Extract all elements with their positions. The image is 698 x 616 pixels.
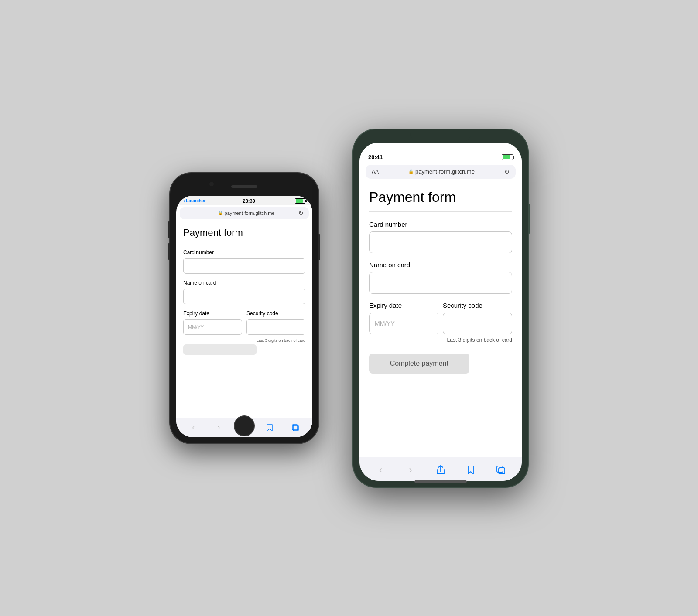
- page-title-large: Payment form: [369, 189, 512, 212]
- address-bar-small[interactable]: 🔒 payment-form.glitch.me ↻: [180, 207, 309, 219]
- forward-nav-small[interactable]: ›: [211, 422, 227, 434]
- url-text-small: payment-form.glitch.me: [225, 211, 275, 216]
- url-area-small: 🔒 payment-form.glitch.me: [218, 211, 275, 216]
- tabs-nav-large[interactable]: [491, 463, 510, 477]
- safari-bottom-large: ‹ ›: [359, 457, 522, 481]
- speaker: [231, 185, 257, 188]
- expiry-security-row-large: Expiry date MM/YY Security code Last 3 d…: [369, 302, 512, 343]
- address-bar-large[interactable]: AA 🔒 payment-form.glitch.me ↻: [366, 165, 516, 179]
- svg-rect-3: [499, 468, 505, 474]
- card-number-label-small: Card number: [183, 249, 305, 255]
- volume-up-large: [352, 186, 353, 208]
- side-button: [318, 234, 320, 260]
- name-on-card-label-large: Name on card: [369, 261, 512, 269]
- svg-rect-2: [497, 466, 503, 472]
- card-number-group-small: Card number: [183, 249, 305, 280]
- status-bar-large: 20:41 ···: [359, 148, 522, 163]
- side-button-large: [528, 204, 530, 234]
- security-hint-large: Last 3 digits on back of card: [443, 337, 512, 343]
- security-hint-small: Last 3 digits on back of card: [246, 338, 305, 343]
- aa-text[interactable]: AA: [372, 169, 379, 175]
- launcher-label: ‹ Launcher: [183, 198, 205, 203]
- complete-btn-wrapper: Complete payment: [369, 350, 512, 374]
- security-col-small: Security code Last 3 digits on back of c…: [246, 310, 305, 343]
- security-label-large: Security code: [443, 302, 512, 309]
- time-small: 23:39: [243, 198, 255, 204]
- back-arrow-icon: ‹: [183, 198, 185, 203]
- expiry-col-large: Expiry date MM/YY: [369, 302, 438, 343]
- back-nav-small[interactable]: ‹: [185, 422, 201, 434]
- bookmarks-nav-small[interactable]: [262, 422, 277, 434]
- back-nav-large[interactable]: ‹: [371, 463, 390, 477]
- volume-down-large: [352, 212, 353, 234]
- partial-complete-btn-small[interactable]: [183, 344, 257, 355]
- expiry-placeholder-small: MM/YY: [188, 324, 204, 330]
- card-number-input-large[interactable]: [369, 231, 512, 253]
- web-content-large: Payment form Card number Name on card Ex…: [359, 180, 522, 457]
- notch: [410, 129, 471, 142]
- expiry-input-large[interactable]: MM/YY: [369, 313, 438, 334]
- name-on-card-group-small: Name on card: [183, 280, 305, 310]
- mute-large: [352, 173, 353, 184]
- security-input-large[interactable]: [443, 313, 512, 334]
- expiry-input-small[interactable]: MM/YY: [183, 319, 242, 335]
- signal-dots-large: ···: [495, 154, 499, 160]
- name-on-card-label-small: Name on card: [183, 280, 305, 286]
- url-text-large: payment-form.glitch.me: [415, 168, 475, 175]
- web-content-small: Payment form Card number Name on card Ex…: [176, 221, 312, 418]
- front-camera: [209, 182, 214, 186]
- name-on-card-input-small[interactable]: [183, 289, 305, 304]
- bookmarks-nav-large[interactable]: [461, 463, 480, 477]
- home-button-small[interactable]: [234, 415, 255, 436]
- security-col-large: Security code Last 3 digits on back of c…: [443, 302, 512, 343]
- expiry-label-small: Expiry date: [183, 310, 242, 317]
- expiry-placeholder-large: MM/YY: [375, 320, 395, 327]
- card-number-label-large: Card number: [369, 221, 512, 228]
- forward-nav-large[interactable]: ›: [401, 463, 420, 477]
- name-on-card-input-large[interactable]: [369, 272, 512, 294]
- expiry-label-large: Expiry date: [369, 302, 438, 309]
- home-indicator-large: [414, 480, 467, 483]
- battery-icon-small: [295, 198, 305, 204]
- card-number-group-large: Card number: [369, 221, 512, 261]
- volume-up: [168, 221, 170, 238]
- screen-small: ‹ Launcher 23:39 🔒 payment-form.glitch.m…: [176, 196, 312, 437]
- security-label-small: Security code: [246, 310, 305, 317]
- tabs-nav-small[interactable]: [287, 422, 303, 434]
- expiry-col-small: Expiry date MM/YY: [183, 310, 242, 343]
- iphone-small: ‹ Launcher 23:39 🔒 payment-form.glitch.m…: [170, 173, 318, 443]
- status-bar-small: ‹ Launcher 23:39: [176, 196, 312, 205]
- refresh-icon-large[interactable]: ↻: [504, 168, 510, 175]
- name-on-card-group-large: Name on card: [369, 261, 512, 302]
- url-area-large: 🔒 payment-form.glitch.me: [408, 168, 475, 175]
- lock-icon-small: 🔒: [218, 211, 223, 215]
- screen-large: 20:41 ··· AA 🔒 payment-form.glitch.me ↻ …: [359, 143, 522, 481]
- expiry-security-row-small: Expiry date MM/YY Security code Last 3 d…: [183, 310, 305, 343]
- complete-payment-button[interactable]: Complete payment: [369, 354, 469, 374]
- battery-icon-large: [502, 154, 513, 160]
- share-nav-large[interactable]: [431, 463, 450, 477]
- page-title-small: Payment form: [183, 227, 305, 243]
- iphone-large: 20:41 ··· AA 🔒 payment-form.glitch.me ↻ …: [353, 129, 528, 487]
- security-input-small[interactable]: [246, 319, 305, 335]
- status-icons-large: ···: [495, 154, 513, 160]
- battery-small: [292, 198, 305, 204]
- time-large: 20:41: [368, 154, 383, 160]
- volume-down: [168, 243, 170, 260]
- card-number-input-small[interactable]: [183, 258, 305, 274]
- lock-icon-large: 🔒: [408, 169, 414, 174]
- refresh-icon-small[interactable]: ↻: [298, 210, 304, 217]
